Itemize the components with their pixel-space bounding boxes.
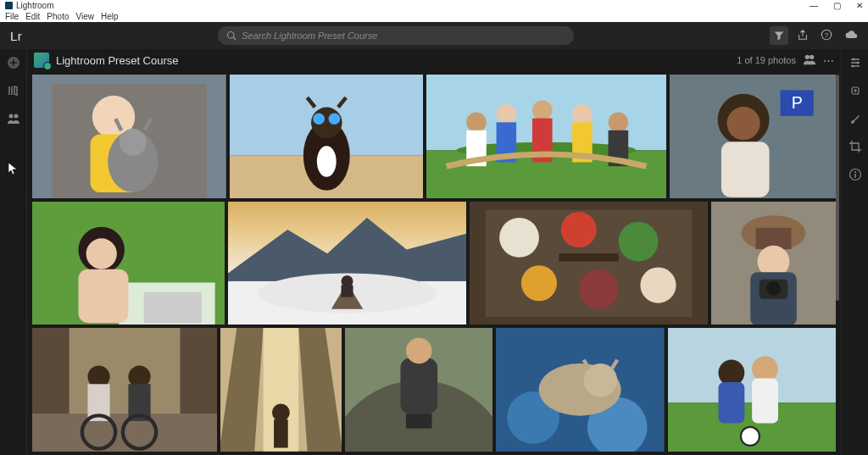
svg-point-59 [619, 221, 659, 261]
photo-thumbnail[interactable] [426, 75, 666, 198]
svg-point-109 [854, 171, 856, 173]
menu-file[interactable]: File [5, 12, 19, 21]
svg-text:P: P [792, 93, 803, 112]
svg-point-61 [579, 269, 619, 309]
svg-rect-63 [559, 253, 618, 261]
svg-rect-54 [341, 285, 353, 297]
album-header: Lightroom Preset Course 1 of 19 photos ⋯ [27, 49, 841, 71]
photo-thumbnail[interactable]: P [670, 75, 836, 198]
svg-point-0 [228, 32, 235, 39]
crop-icon[interactable] [849, 140, 862, 156]
cloud-icon[interactable] [844, 29, 858, 43]
svg-line-1 [233, 37, 236, 40]
svg-point-28 [497, 104, 517, 125]
window-title-bar: Lightroom — ▢ ✕ [0, 0, 868, 11]
app-logo: Lr [10, 29, 22, 43]
photo-thumbnail[interactable] [668, 328, 836, 452]
photo-thumbnail[interactable] [32, 75, 226, 198]
menu-photo[interactable]: Photo [47, 12, 69, 21]
photo-thumbnail[interactable] [228, 202, 466, 325]
search-icon [226, 31, 236, 41]
svg-point-41 [727, 107, 760, 140]
photo-thumbnail[interactable] [220, 328, 342, 452]
app-icon [5, 2, 13, 9]
heal-icon[interactable] [849, 84, 862, 100]
photo-thumbnail[interactable] [32, 202, 225, 325]
svg-rect-85 [274, 420, 288, 448]
menu-view[interactable]: View [76, 12, 95, 21]
svg-point-62 [640, 267, 676, 302]
svg-rect-48 [78, 269, 128, 323]
scrollbar-thumb[interactable] [836, 75, 839, 301]
svg-point-57 [499, 218, 539, 258]
svg-point-103 [741, 427, 760, 446]
album-thumbnail-icon [34, 53, 49, 68]
search-placeholder: Search Lightroom Preset Course [242, 31, 377, 41]
window-title: Lightroom [16, 1, 53, 10]
photo-count-label: 1 of 19 photos [737, 55, 796, 65]
svg-point-21 [328, 113, 340, 125]
window-maximize-button[interactable]: ▢ [833, 1, 841, 10]
svg-point-5 [8, 114, 13, 119]
window-close-button[interactable]: ✕ [856, 1, 863, 10]
svg-point-30 [532, 100, 553, 120]
right-rail [841, 49, 868, 455]
svg-point-7 [805, 54, 810, 58]
svg-point-20 [313, 113, 325, 125]
filter-button[interactable] [770, 26, 788, 45]
svg-point-101 [752, 357, 778, 383]
photo-thumbnail[interactable] [230, 75, 424, 198]
window-minimize-button[interactable]: — [810, 1, 818, 10]
help-icon[interactable]: ? [821, 29, 832, 43]
svg-rect-110 [854, 174, 855, 178]
svg-point-47 [86, 238, 117, 269]
svg-point-99 [718, 360, 744, 386]
svg-point-58 [561, 212, 597, 247]
photo-thumbnail[interactable] [470, 202, 708, 325]
header-people-icon[interactable] [803, 53, 816, 68]
svg-rect-42 [721, 141, 770, 197]
svg-point-8 [810, 54, 814, 58]
more-icon[interactable]: ⋯ [823, 54, 834, 67]
svg-point-60 [521, 265, 557, 301]
svg-rect-89 [400, 358, 437, 413]
svg-point-71 [766, 281, 781, 296]
menu-edit[interactable]: Edit [25, 12, 40, 21]
svg-point-90 [406, 338, 432, 364]
people-icon[interactable] [7, 112, 20, 128]
info-icon[interactable] [849, 168, 862, 184]
svg-point-32 [572, 104, 593, 125]
svg-rect-91 [406, 414, 432, 429]
brush-icon[interactable] [849, 112, 862, 128]
add-icon[interactable] [7, 56, 20, 72]
photo-thumbnail[interactable] [711, 202, 836, 325]
scrollbar[interactable] [836, 75, 839, 452]
sliders-icon[interactable] [849, 56, 862, 72]
photo-thumbnail[interactable] [345, 328, 493, 452]
svg-point-34 [609, 113, 629, 133]
svg-text:?: ? [825, 31, 829, 38]
library-icon[interactable] [7, 84, 20, 100]
svg-point-22 [316, 146, 336, 177]
top-bar: Lr Search Lightroom Preset Course ? [0, 22, 868, 49]
search-input[interactable]: Search Lightroom Preset Course [218, 26, 574, 45]
svg-point-6 [14, 114, 18, 119]
svg-point-15 [120, 129, 147, 156]
album-title: Lightroom Preset Course [56, 54, 179, 67]
share-icon[interactable] [797, 29, 809, 43]
funnel-icon [774, 31, 784, 41]
svg-point-104 [852, 58, 854, 61]
svg-rect-49 [144, 292, 202, 323]
svg-point-106 [851, 65, 854, 68]
svg-point-84 [272, 404, 290, 422]
menu-help[interactable]: Help [101, 12, 119, 21]
svg-point-105 [856, 62, 859, 64]
photo-thumbnail[interactable] [496, 328, 664, 452]
left-rail [0, 49, 27, 455]
menu-bar: File Edit Photo View Help [0, 11, 868, 22]
photo-grid: P [32, 75, 836, 452]
svg-rect-100 [718, 382, 744, 423]
main-panel: Lightroom Preset Course 1 of 19 photos ⋯ [27, 49, 841, 455]
photo-thumbnail[interactable] [32, 328, 217, 452]
svg-point-26 [466, 113, 487, 133]
